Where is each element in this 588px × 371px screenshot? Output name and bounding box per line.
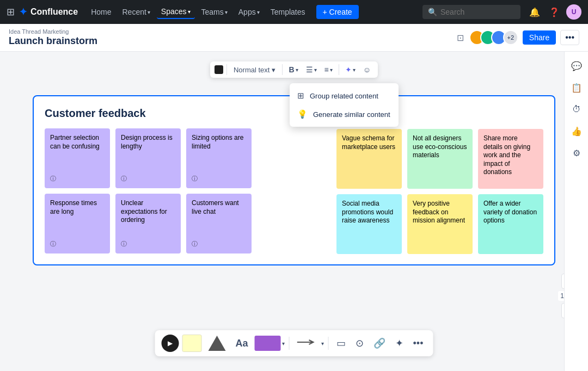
list-button[interactable]: ☰ ▾ <box>303 64 320 76</box>
sticky-text-12: Offer a wider variety of donation option… <box>483 200 538 225</box>
share-button[interactable]: Share <box>523 30 556 45</box>
nav-apps[interactable]: Apps ▾ <box>234 5 264 18</box>
search-input[interactable] <box>440 8 517 16</box>
line-chevron-icon[interactable]: ▾ <box>321 341 324 347</box>
bottom-toolbar: ▶ Aa ▾ ▾ ▭ ⊙ 🔗 <box>155 330 433 356</box>
group-icon: ⊞ <box>297 91 304 101</box>
panel-chat-icon[interactable]: 💬 <box>568 57 585 75</box>
sticky-note-4[interactable]: Response times are long ⓘ <box>45 194 110 253</box>
divider-1 <box>226 64 227 75</box>
grid-icon[interactable]: ⊞ <box>7 6 15 18</box>
help-icon[interactable]: ❓ <box>547 5 562 20</box>
apps-chevron-icon: ▾ <box>257 9 260 15</box>
color-picker[interactable] <box>215 65 223 74</box>
toolbar-divider-1 <box>289 337 290 350</box>
nav-recent[interactable]: Recent ▾ <box>118 5 154 18</box>
list-chevron-icon: ▾ <box>314 67 317 73</box>
nav-teams[interactable]: Teams ▾ <box>197 5 232 18</box>
formatting-toolbar: Normal text ▾ B ▾ ☰ ▾ ≡ ▾ ✦ ▾ ☺ <box>210 61 378 78</box>
frame-icon: ▭ <box>336 337 346 349</box>
sticky-note-8[interactable]: Not all designers use eco-conscious mate… <box>407 129 473 189</box>
align-chevron-icon: ▾ <box>330 67 333 73</box>
breadcrumb: Idea Thread Marketing <box>9 28 97 35</box>
search-icon: 🔍 <box>428 8 437 16</box>
group-related-content-item[interactable]: ⊞ Group related content <box>290 86 399 105</box>
toolbar-divider-2 <box>328 337 329 350</box>
text-style-label: Normal text <box>234 66 270 74</box>
align-button[interactable]: ≡ ▾ <box>322 64 335 76</box>
stamp-button[interactable]: ⊙ <box>352 335 367 351</box>
sticky-note-7[interactable]: Vague schema for marketplace users <box>336 129 402 189</box>
sticky-info-3: ⓘ <box>192 175 246 183</box>
right-sticky-grid: Vague schema for marketplace users Not a… <box>336 129 543 254</box>
sticky-note-12[interactable]: Offer a wider variety of donation option… <box>478 194 543 254</box>
text-tool-button[interactable]: Aa <box>232 336 252 351</box>
shape-tool-group: ▾ <box>255 336 285 351</box>
purple-shape-button[interactable] <box>255 336 281 351</box>
bold-chevron-icon: ▾ <box>296 67 298 73</box>
collaborators-avatars: +2 <box>473 30 518 45</box>
sticky-note-6[interactable]: Customers want live chat ⓘ <box>186 194 252 253</box>
nav-spaces[interactable]: Spaces ▾ <box>157 5 195 19</box>
sticky-text-6: Customers want live chat <box>192 199 246 216</box>
nav-templates[interactable]: Templates <box>266 5 310 18</box>
generate-similar-item[interactable]: 💡 Generate similar content <box>290 105 399 123</box>
list-icon: ☰ <box>306 65 313 74</box>
sticky-note-3[interactable]: Sizing options are limited ⓘ <box>186 128 252 188</box>
align-icon: ≡ <box>324 65 329 74</box>
panel-settings-icon[interactable]: ⚙ <box>568 144 585 162</box>
frame-button[interactable]: ▭ <box>333 335 349 351</box>
top-navigation: ⊞ ✦ Confluence Home Recent ▾ Spaces ▾ Te… <box>0 0 588 24</box>
smart-link-button[interactable]: ✦ <box>392 335 407 351</box>
search-box[interactable]: 🔍 <box>422 5 520 19</box>
emoji-button[interactable]: ☺ <box>360 64 373 76</box>
panel-reactions-icon[interactable]: 👍 <box>568 122 585 140</box>
notification-icon[interactable]: 🔔 <box>527 5 542 20</box>
link-button[interactable]: 🔗 <box>370 335 389 351</box>
stamp-icon: ⊙ <box>356 337 364 349</box>
sidebar-toggle-icon[interactable]: ⊡ <box>457 33 464 43</box>
more-tools-icon: ••• <box>413 338 424 349</box>
sticky-text-8: Not all designers use eco-conscious mate… <box>413 134 467 160</box>
more-options-button[interactable]: ••• <box>560 30 579 45</box>
teams-chevron-icon: ▾ <box>225 9 228 15</box>
triangle-shape-button[interactable] <box>205 333 229 353</box>
sticky-note-11[interactable]: Very positive feedback on mission alignm… <box>407 194 473 254</box>
sticky-shape-button[interactable] <box>182 335 202 352</box>
sticky-info-4: ⓘ <box>50 240 105 248</box>
sticky-info-6: ⓘ <box>192 240 246 248</box>
panel-inline-comments-icon[interactable]: 📋 <box>568 79 585 96</box>
user-avatar[interactable]: U <box>566 4 581 20</box>
more-tools-button[interactable]: ••• <box>410 336 427 351</box>
divider-2 <box>282 64 283 75</box>
play-button[interactable]: ▶ <box>162 335 179 352</box>
sticky-note-1[interactable]: Partner selection can be confusing ⓘ <box>45 128 110 188</box>
sticky-text-5: Unclear expectations for ordering <box>121 199 175 225</box>
sticky-note-9[interactable]: Share more details on giving work and th… <box>478 129 543 189</box>
line-tool-button[interactable] <box>294 336 320 351</box>
confluence-logo-icon: ✦ <box>19 6 27 18</box>
generate-similar-label: Generate similar content <box>313 110 390 119</box>
create-button[interactable]: + Create <box>316 5 359 19</box>
page-title: Launch brainstorm <box>9 35 97 47</box>
shape-chevron-icon[interactable]: ▾ <box>282 341 285 347</box>
ai-icon: ✦ <box>345 65 352 74</box>
text-style-selector[interactable]: Normal text ▾ <box>230 64 279 76</box>
sticky-note-2[interactable]: Design process is lengthy ⓘ <box>115 128 181 188</box>
sticky-info-1: ⓘ <box>50 175 105 183</box>
sticky-info-5: ⓘ <box>121 240 175 248</box>
more-collaborators: +2 <box>503 30 518 45</box>
sticky-text-11: Very positive feedback on mission alignm… <box>413 200 467 225</box>
panel-timer-icon[interactable]: ⏱ <box>568 101 585 118</box>
divider-3 <box>339 64 339 75</box>
right-panel: 💬 📋 ⏱ 👍 ⚙ <box>564 52 588 371</box>
nav-home[interactable]: Home <box>87 5 115 18</box>
ai-chevron-icon: ▾ <box>353 67 356 73</box>
sticky-text-10: Social media promotions would raise awar… <box>342 200 396 225</box>
bold-button[interactable]: B ▾ <box>286 64 301 76</box>
logo[interactable]: ✦ Confluence <box>19 6 78 18</box>
sticky-note-5[interactable]: Unclear expectations for ordering ⓘ <box>115 194 181 253</box>
ai-button[interactable]: ✦ ▾ <box>342 64 358 76</box>
sticky-note-10[interactable]: Social media promotions would raise awar… <box>336 194 402 254</box>
smart-link-icon: ✦ <box>395 337 403 349</box>
